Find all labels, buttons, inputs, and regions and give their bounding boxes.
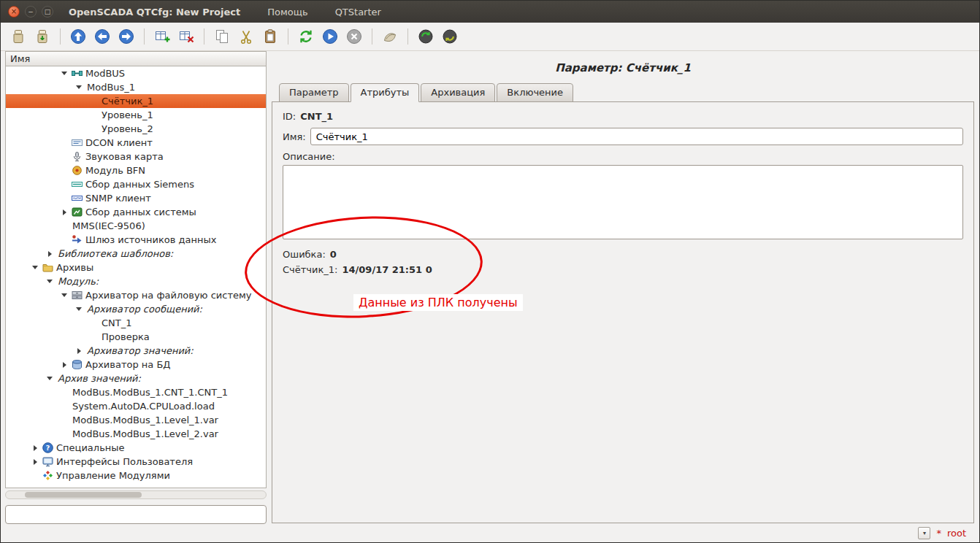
- toolbar-button-up[interactable]: [68, 26, 88, 47]
- close-icon[interactable]: ×: [8, 6, 20, 18]
- branch-column[interactable]: [72, 85, 86, 89]
- tree-item[interactable]: Звуковая карта: [6, 150, 266, 163]
- tree-item[interactable]: System.AutoDA.CPULoad.load: [6, 399, 266, 413]
- toolbar-button-save[interactable]: [32, 26, 53, 47]
- branch-column[interactable]: [57, 209, 72, 215]
- tree-item-label: ModBUS: [85, 68, 125, 79]
- tree-item[interactable]: Архиватор значений:: [6, 344, 266, 358]
- toolbar-button-forward[interactable]: [116, 26, 137, 47]
- chevron-right-icon[interactable]: [48, 251, 52, 257]
- toolbar-button-shell[interactable]: [380, 26, 400, 47]
- branch-column[interactable]: [28, 445, 42, 451]
- tree-header[interactable]: Имя: [5, 51, 267, 66]
- tree-item[interactable]: Архиватор сообщений:: [6, 302, 266, 316]
- tree-item[interactable]: ModBus_1: [6, 80, 266, 94]
- toolbar-button-refresh[interactable]: [296, 26, 316, 47]
- toolbar-button-item-del[interactable]: [176, 26, 196, 47]
- chevron-right-icon[interactable]: [63, 362, 66, 368]
- tree-item[interactable]: Шлюз источников данных: [6, 233, 266, 247]
- tree-item[interactable]: Архивы: [6, 261, 266, 274]
- branch-column[interactable]: [42, 251, 57, 257]
- tree-item[interactable]: Модуль BFN: [6, 163, 266, 177]
- chevron-down-icon[interactable]: [76, 307, 82, 311]
- name-input[interactable]: [310, 128, 963, 145]
- tree-item[interactable]: Архиватор на БД: [6, 358, 266, 371]
- tree-item[interactable]: Архиватор на файловую систему: [6, 288, 266, 302]
- branch-column[interactable]: [57, 72, 72, 75]
- chevron-right-icon[interactable]: [77, 348, 81, 354]
- tab-attributes[interactable]: Атрибуты: [351, 83, 420, 102]
- branch-column[interactable]: [72, 348, 86, 354]
- toolbar-button-start[interactable]: [320, 26, 340, 47]
- tree-item[interactable]: Интерфейсы Пользователя: [6, 455, 266, 469]
- tree-item[interactable]: DCON клиент: [6, 136, 266, 150]
- tree-item[interactable]: Проверка: [6, 330, 266, 344]
- toolbar-button-stop[interactable]: [344, 26, 364, 47]
- tree-item-label: Архив значений:: [57, 373, 141, 384]
- toolbar-button-load[interactable]: [8, 26, 28, 47]
- tree: ModBUSModBus_1Счётчик_1Уровень_1Уровень_…: [5, 66, 267, 488]
- counter-label: Счётчик_1:: [283, 264, 337, 275]
- chevron-right-icon[interactable]: [34, 459, 37, 465]
- tree-item[interactable]: Уровень_2: [6, 122, 266, 136]
- tree-item[interactable]: Архив значений:: [6, 371, 266, 385]
- minimize-icon[interactable]: −: [25, 6, 37, 18]
- tab-enable[interactable]: Включение: [497, 83, 573, 102]
- branch-column[interactable]: [42, 377, 57, 380]
- error-value: 0: [330, 249, 337, 260]
- toolbar-button-cut[interactable]: [236, 26, 256, 47]
- maximize-icon[interactable]: □: [42, 6, 53, 18]
- branch-column[interactable]: [28, 266, 42, 269]
- tab-archiving[interactable]: Архивация: [421, 83, 495, 102]
- tree-item[interactable]: Сбор данных Siemens: [6, 177, 266, 191]
- tree-item[interactable]: ModBUS: [6, 66, 266, 80]
- toolbar-button-item-add[interactable]: [152, 26, 172, 47]
- toolbar-button-back[interactable]: [92, 26, 112, 47]
- tree-item[interactable]: Библиотека шаблонов:: [6, 247, 266, 261]
- tree-item[interactable]: MMS(IEC-9506): [6, 219, 266, 233]
- branch-column[interactable]: [42, 280, 57, 283]
- tree-item[interactable]: ?Специальные: [6, 441, 266, 455]
- copy-icon: [214, 28, 230, 45]
- tree-item[interactable]: ModBus.ModBus_1.CNT_1.CNT_1: [6, 385, 266, 399]
- chevron-right-icon[interactable]: [63, 209, 66, 215]
- tree-item[interactable]: Счётчик_1: [6, 94, 266, 108]
- toolbar-button-paste[interactable]: [260, 26, 280, 47]
- chevron-down-icon[interactable]: ▾: [918, 527, 930, 539]
- tree-item[interactable]: Сбор данных системы: [6, 205, 266, 219]
- tree-item[interactable]: CNT_1: [6, 316, 266, 330]
- tree-item-label: ModBus.ModBus_1.Level_2.var: [72, 428, 218, 439]
- branch-column[interactable]: [57, 362, 72, 368]
- toolbar-button-sync2[interactable]: [440, 26, 460, 47]
- chevron-down-icon[interactable]: [76, 85, 82, 89]
- tree-item[interactable]: ModBus.ModBus_1.Level_1.var: [6, 413, 266, 427]
- branch-column[interactable]: [57, 293, 72, 297]
- tree-item-label: Библиотека шаблонов:: [57, 248, 173, 259]
- chevron-down-icon[interactable]: [47, 280, 53, 283]
- tree-item[interactable]: Управление Модулями: [6, 469, 266, 482]
- tree-filter-input[interactable]: [5, 505, 267, 524]
- tree-item[interactable]: ModBus.ModBus_1.Level_2.var: [6, 427, 266, 441]
- menu-help[interactable]: Помощь: [267, 7, 307, 18]
- branch-column[interactable]: [72, 307, 86, 311]
- tree-horizontal-scrollbar[interactable]: [5, 490, 267, 499]
- chevron-down-icon[interactable]: [61, 293, 67, 297]
- menu-qtstarter[interactable]: QTStarter: [335, 7, 381, 18]
- tree-item-label: Архиватор на БД: [85, 359, 171, 370]
- tab-parameter[interactable]: Параметр: [279, 83, 349, 102]
- tree-item[interactable]: Модуль:: [6, 274, 266, 288]
- chevron-down-icon[interactable]: [32, 266, 38, 269]
- toolbar-button-copy[interactable]: [212, 26, 232, 47]
- scrollbar-thumb[interactable]: [25, 492, 142, 498]
- chevron-down-icon[interactable]: [47, 377, 53, 380]
- tree-item[interactable]: Уровень_1: [6, 108, 266, 122]
- chevron-right-icon[interactable]: [34, 445, 37, 451]
- chevron-down-icon[interactable]: [61, 72, 67, 75]
- description-textarea[interactable]: [283, 165, 963, 239]
- tree-item-label: CNT_1: [101, 317, 132, 328]
- toolbar-button-sync1[interactable]: [416, 26, 436, 47]
- tree-item-label: Архиватор сообщений:: [86, 304, 202, 315]
- tree-item[interactable]: SNMP клиент: [6, 191, 266, 205]
- page-title: Параметр: Счётчик_1: [272, 61, 974, 74]
- branch-column[interactable]: [28, 459, 42, 465]
